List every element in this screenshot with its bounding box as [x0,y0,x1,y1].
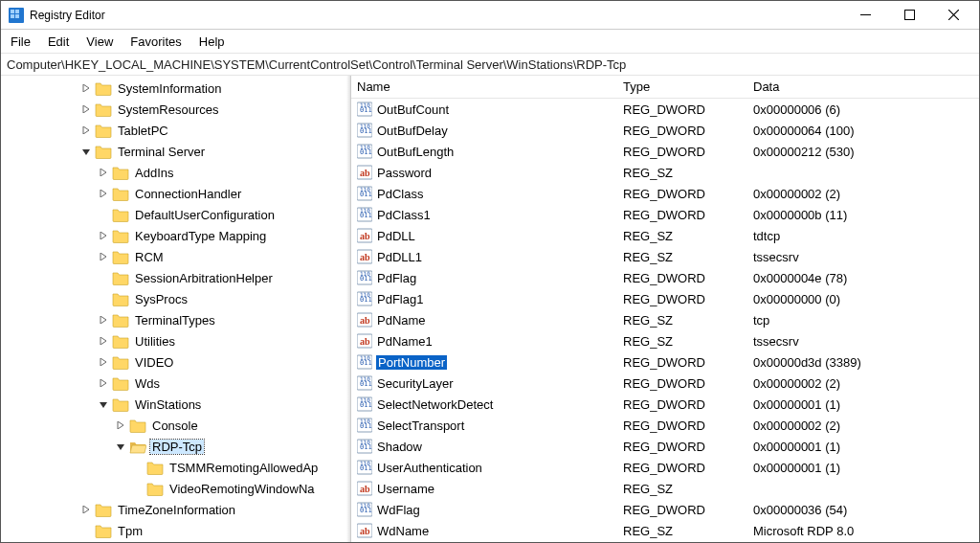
binary-value-icon [357,502,372,517]
value-row[interactable]: PdClass1REG_DWORD0x0000000b (11) [351,204,979,225]
chevron-right-icon[interactable] [97,225,110,246]
tree: SystemInformationSystemResourcesTabletPC… [1,78,350,542]
tree-item[interactable]: SysProcs [28,288,350,309]
value-row[interactable]: PdNameREG_SZtcp [351,309,979,330]
value-row[interactable]: PortNumberREG_DWORD0x00000d3d (3389) [351,351,979,373]
chevron-right-icon[interactable] [97,183,110,204]
close-button[interactable] [931,2,975,29]
column-data[interactable]: Data [753,79,979,94]
tree-item[interactable]: TimeZoneInformation [28,499,350,520]
minimize-button[interactable] [843,2,887,29]
tree-item[interactable]: Console [28,415,350,436]
tree-item[interactable]: ConnectionHandler [28,183,350,204]
menu-help[interactable]: Help [199,34,225,49]
chevron-right-icon[interactable] [97,373,110,394]
tree-item[interactable]: WinStations [28,394,350,415]
tree-item[interactable]: VideoRemotingWindowNa [28,478,350,499]
tree-item[interactable]: Wds [28,373,350,394]
chevron-right-icon[interactable] [97,351,110,373]
chevron-down-icon[interactable] [79,141,93,162]
column-name[interactable]: Name [357,79,623,94]
value-row[interactable]: OutBufLengthREG_DWORD0x00000212 (530) [351,141,979,162]
chevron-right-icon[interactable] [79,99,93,120]
binary-value-icon [357,291,372,306]
string-value-icon [357,228,372,243]
folder-icon [112,312,129,328]
tree-item[interactable]: VIDEO [28,351,350,373]
chevron-down-icon[interactable] [97,394,110,415]
string-value-icon [357,312,372,328]
tree-item[interactable]: KeyboardType Mapping [28,225,350,246]
value-list: OutBufCountREG_DWORD0x00000006 (6)OutBuf… [351,99,979,542]
binary-value-icon [357,186,372,201]
value-type: REG_DWORD [623,271,753,285]
chevron-right-icon[interactable] [97,162,110,183]
chevron-right-icon[interactable] [97,309,110,330]
address-bar[interactable]: Computer\HKEY_LOCAL_MACHINE\SYSTEM\Curre… [1,53,979,76]
value-row[interactable]: PdDLL1REG_SZtssecsrv [351,246,979,267]
value-data: tssecsrv [753,250,979,264]
chevron-right-icon[interactable] [114,415,127,436]
tree-item[interactable]: AddIns [28,162,350,183]
tree-item[interactable]: Terminal Server [28,141,350,162]
value-name: PdFlag1 [376,292,424,306]
column-headers[interactable]: Name Type Data [351,76,979,99]
chevron-right-icon[interactable] [79,541,93,542]
value-row[interactable]: UserAuthenticationREG_DWORD0x00000001 (1… [351,457,979,478]
maximize-button[interactable] [887,2,931,29]
list-pane[interactable]: Name Type Data OutBufCountREG_DWORD0x000… [351,76,979,542]
chevron-down-icon[interactable] [114,436,127,457]
value-data: 0x00000212 (530) [753,145,979,159]
tree-item[interactable]: Tpm [28,520,350,541]
chevron-right-icon[interactable] [97,246,110,267]
binary-value-icon [357,375,372,391]
value-row[interactable]: ShadowREG_DWORD0x00000001 (1) [351,436,979,457]
tree-item[interactable]: Utilities [28,330,350,351]
tree-item-label: DefaultUserConfiguration [133,208,277,222]
chevron-right-icon[interactable] [97,330,110,351]
value-row[interactable]: PdFlag1REG_DWORD0x00000000 (0) [351,288,979,309]
tree-item[interactable]: RDP-Tcp [28,436,350,457]
tree-item[interactable]: TabletPC [28,120,350,141]
value-name: OutBufDelay [376,124,449,138]
menu-edit[interactable]: Edit [48,34,69,49]
value-row[interactable]: SecurityLayerREG_DWORD0x00000002 (2) [351,373,979,394]
tree-item[interactable]: TerminalTypes [28,309,350,330]
tree-item-label: RDP-Tcp [150,440,204,454]
tree-item[interactable]: SessionArbitrationHelper [28,267,350,288]
value-row[interactable]: OutBufDelayREG_DWORD0x00000064 (100) [351,120,979,141]
tree-item-label: Wds [133,376,162,391]
value-row[interactable]: OutBufCountREG_DWORD0x00000006 (6) [351,99,979,120]
tree-pane[interactable]: SystemInformationSystemResourcesTabletPC… [1,76,351,542]
menu-file[interactable]: File [11,34,31,49]
value-row[interactable]: SelectNetworkDetectREG_DWORD0x00000001 (… [351,394,979,415]
binary-value-icon [357,460,372,475]
menu-favorites[interactable]: Favorites [130,34,181,49]
folder-icon [95,102,112,117]
value-row[interactable]: PasswordREG_SZ [351,162,979,183]
tree-item[interactable]: RCM [28,246,350,267]
column-type[interactable]: Type [623,79,753,94]
value-row[interactable]: PdFlagREG_DWORD0x0000004e (78) [351,267,979,288]
value-row[interactable]: WdFlagREG_DWORD0x00000036 (54) [351,499,979,520]
chevron-right-icon[interactable] [79,120,93,141]
binary-value-icon [357,354,372,370]
tree-item[interactable]: SystemInformation [28,78,350,99]
value-type: REG_SZ [623,482,753,496]
value-data: 0x00000036 (54) [753,503,979,517]
tree-item[interactable]: TSMMRemotingAllowedAp [28,457,350,478]
value-row[interactable]: WdNameREG_SZMicrosoft RDP 8.0 [351,520,979,541]
value-row[interactable]: PdName1REG_SZtssecsrv [351,330,979,351]
menu-view[interactable]: View [86,34,113,49]
chevron-right-icon[interactable] [79,499,93,520]
value-row[interactable]: UsernameREG_SZ [351,478,979,499]
tree-item[interactable]: Ubpm [28,541,350,542]
chevron-right-icon[interactable] [79,78,93,99]
value-row[interactable]: PdClassREG_DWORD0x00000002 (2) [351,183,979,204]
tree-item[interactable]: SystemResources [28,99,350,120]
value-row[interactable]: PdDLLREG_SZtdtcp [351,225,979,246]
tree-item[interactable]: DefaultUserConfiguration [28,204,350,225]
value-data: tssecsrv [753,334,979,349]
value-row[interactable]: SelectTransportREG_DWORD0x00000002 (2) [351,415,979,436]
value-data: 0x00000001 (1) [753,440,979,454]
